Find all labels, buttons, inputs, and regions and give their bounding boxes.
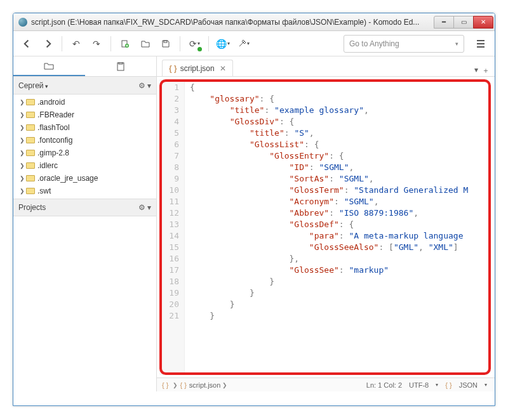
- undo-button[interactable]: ↶: [67, 35, 85, 53]
- tree-item-label: .android: [37, 98, 65, 107]
- tree-item[interactable]: ❯.fontconfig: [13, 134, 156, 147]
- tree-item[interactable]: ❯.gimp-2.8: [13, 147, 156, 159]
- breadcrumb-bar: { } ❯ { } script.json ❯ Ln: 1 Col: 2 UTF…: [157, 377, 495, 391]
- folder-icon: [26, 137, 35, 143]
- gear-icon[interactable]: ⚙ ▾: [138, 81, 151, 90]
- chevron-right-icon: ❯: [20, 188, 26, 194]
- goto-placeholder: Go to Anything: [349, 39, 399, 48]
- status-language[interactable]: JSON: [457, 381, 480, 389]
- line-numbers: 123456789101112131415161718192021: [159, 79, 185, 375]
- tree-item-label: .gimp-2.8: [37, 148, 69, 157]
- folder-open-icon: [44, 62, 54, 70]
- tree-item[interactable]: ❯.oracle_jre_usage: [13, 172, 156, 185]
- sidebar-tab-clipboard[interactable]: [85, 56, 157, 76]
- back-button[interactable]: [18, 35, 36, 53]
- tree-item-label: .FBReader: [37, 110, 74, 119]
- file-tree: ❯.android❯.FBReader❯.flashTool❯.fontconf…: [13, 95, 156, 199]
- file-tab[interactable]: { } script.json ✕: [162, 60, 233, 76]
- code-content[interactable]: { "glossary": { "title": "example glossa…: [185, 79, 491, 375]
- chevron-right-icon: ❯: [20, 175, 26, 181]
- hamburger-menu-button[interactable]: [472, 35, 490, 53]
- tree-item[interactable]: ❯.FBReader: [13, 108, 156, 121]
- folder-icon: [26, 175, 35, 181]
- clipboard-icon: [117, 62, 124, 71]
- code-editor[interactable]: 123456789101112131415161718192021 { "glo…: [159, 79, 491, 375]
- status-encoding[interactable]: UTF-8: [406, 381, 431, 389]
- app-icon: [18, 18, 27, 27]
- close-button[interactable]: ✕: [473, 16, 493, 29]
- chevron-right-icon: ❯: [20, 99, 26, 105]
- maximize-button[interactable]: ▭: [453, 16, 474, 29]
- svg-rect-2: [164, 41, 167, 43]
- chevron-right-icon: ❯: [222, 382, 227, 388]
- chevron-right-icon: ❯: [20, 150, 26, 156]
- titlebar: script.json (E:\Новая папка\FIX_RW_SDCAR…: [13, 13, 495, 31]
- sidebar-user-label: Сергей: [18, 81, 48, 90]
- json-icon: { }: [162, 381, 168, 389]
- window-buttons: ━ ▭ ✕: [434, 16, 493, 29]
- chevron-down-icon: ▾: [482, 382, 490, 388]
- tree-item[interactable]: ❯.idlerc: [13, 159, 156, 172]
- sync-button[interactable]: ⟳▾: [185, 35, 203, 53]
- tree-item-label: .flashTool: [37, 123, 70, 132]
- tree-item-label: .swt: [37, 187, 51, 195]
- globe-button[interactable]: 🌐▾: [214, 35, 232, 53]
- folder-icon: [26, 188, 35, 194]
- open-button[interactable]: [137, 35, 154, 53]
- tabbar-right: ▾ ＋: [474, 65, 490, 76]
- chevron-right-icon: ❯: [20, 112, 26, 118]
- tab-bar: { } script.json ✕ ▾ ＋: [157, 56, 495, 77]
- folder-icon: [26, 150, 35, 156]
- new-tab-button[interactable]: ＋: [482, 65, 490, 76]
- sidebar-projects-header[interactable]: Projects ⚙ ▾: [13, 199, 156, 216]
- new-file-button[interactable]: [116, 35, 134, 53]
- gear-icon[interactable]: ⚙ ▾: [138, 203, 151, 212]
- tab-close-icon[interactable]: ✕: [220, 64, 226, 73]
- chevron-down-icon: ▾: [433, 382, 441, 388]
- chevron-down-icon: ▾: [455, 41, 458, 47]
- json-icon: { }: [180, 381, 186, 389]
- sidebar-user-header[interactable]: Сергей ⚙ ▾: [13, 77, 156, 95]
- status-position[interactable]: Ln: 1 Col: 2: [364, 381, 404, 389]
- chevron-right-icon: ❯: [20, 162, 26, 169]
- status-bar: Ln: 1 Col: 2 UTF-8▾ { } JSON▾: [364, 381, 490, 389]
- app-window: script.json (E:\Новая папка\FIX_RW_SDCAR…: [13, 13, 495, 406]
- separator: [208, 36, 209, 51]
- sidebar-projects-label: Projects: [18, 203, 46, 212]
- breadcrumb-file[interactable]: script.json: [189, 381, 221, 389]
- sidebar-tabs: [13, 56, 156, 77]
- json-icon: { }: [443, 381, 454, 389]
- redo-button[interactable]: ↷: [88, 35, 105, 53]
- tree-item[interactable]: ❯.flashTool: [13, 121, 156, 134]
- window-title: script.json (E:\Новая папка\FIX_RW_SDCAR…: [31, 18, 434, 27]
- folder-icon: [26, 162, 35, 169]
- goto-anything-input[interactable]: Go to Anything ▾: [344, 35, 464, 53]
- tree-item[interactable]: ❯.swt: [13, 185, 156, 197]
- tools-button[interactable]: ▾: [234, 35, 252, 53]
- folder-icon: [26, 112, 35, 118]
- tab-filename: script.json: [180, 64, 215, 73]
- chevron-right-icon: ❯: [173, 382, 178, 388]
- tree-item-label: .oracle_jre_usage: [37, 174, 98, 183]
- separator: [180, 36, 180, 51]
- sidebar-tab-files[interactable]: [13, 56, 85, 76]
- body: Сергей ⚙ ▾ ❯.android❯.FBReader❯.flashToo…: [13, 56, 495, 391]
- tree-item-label: .idlerc: [37, 161, 58, 170]
- chevron-right-icon: ❯: [20, 137, 26, 143]
- toolbar: ↶ ↷ ⟳▾ 🌐▾ ▾ Go to Anything ▾: [13, 31, 495, 56]
- json-icon: { }: [169, 64, 177, 73]
- forward-button[interactable]: [39, 35, 57, 53]
- projects-body: [13, 216, 156, 391]
- save-button[interactable]: [157, 35, 175, 53]
- main-area: { } script.json ✕ ▾ ＋ 123456789101112131…: [157, 56, 495, 391]
- tab-list-button[interactable]: ▾: [474, 65, 478, 76]
- tree-item[interactable]: ❯.android: [13, 96, 156, 108]
- separator: [62, 36, 62, 51]
- editor-container: 123456789101112131415161718192021 { "glo…: [157, 77, 495, 377]
- minimize-button[interactable]: ━: [434, 16, 454, 29]
- folder-icon: [26, 124, 35, 131]
- folder-icon: [26, 99, 35, 105]
- chevron-right-icon: ❯: [20, 124, 26, 131]
- separator: [110, 36, 111, 51]
- tree-item-label: .fontconfig: [37, 136, 72, 145]
